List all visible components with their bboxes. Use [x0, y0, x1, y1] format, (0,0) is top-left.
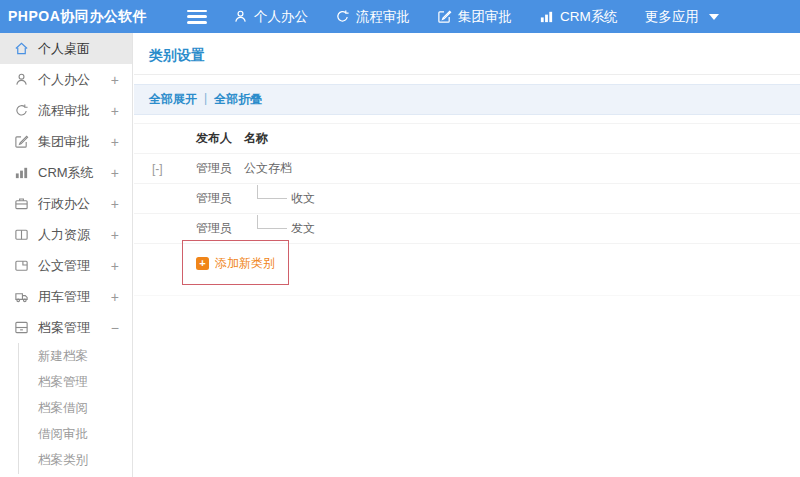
sidebar-item-vehicle-mgmt[interactable]: 用车管理 + [0, 281, 132, 312]
collapse-toggle[interactable]: [-] [152, 162, 163, 176]
category-name: 公文存档 [244, 160, 292, 177]
process-icon [335, 9, 350, 24]
main-content: 类别设置 全部展开 | 全部折叠 发布人 名称 [-] 管理员 公文存档 管理员 [134, 33, 800, 477]
category-name: 发文 [291, 220, 315, 237]
sidebar-item-label: 行政办公 [38, 195, 111, 213]
sidebar-subitem-archive-borrow[interactable]: 档案借阅 [19, 395, 132, 421]
collapse-all-link[interactable]: 全部折叠 [214, 91, 262, 108]
plus-icon: + [196, 257, 209, 270]
caret-down-icon [709, 14, 719, 20]
table-row: [-] 管理员 公文存档 [134, 154, 800, 184]
topnav-label: 个人办公 [254, 8, 308, 26]
chart-icon [539, 9, 554, 24]
topnav-more-apps[interactable]: 更多应用 [645, 8, 719, 26]
topnav-personal-office[interactable]: 个人办公 [233, 8, 308, 26]
sidebar-item-process-approval[interactable]: 流程审批 + [0, 95, 132, 126]
user-icon [233, 9, 248, 24]
topnav-label: 更多应用 [645, 8, 699, 26]
expand-icon[interactable]: + [111, 228, 119, 242]
sidebar-item-admin-office[interactable]: 行政办公 + [0, 188, 132, 219]
sidebar-subitem-archive-category[interactable]: 档案类别 [19, 447, 132, 473]
expand-icon[interactable]: + [111, 104, 119, 118]
app-logo: PHPOA协同办公软件 [0, 8, 150, 26]
hr-icon [14, 227, 29, 242]
sidebar-item-document-mgmt[interactable]: 公文管理 + [0, 250, 132, 281]
sidebar-item-label: 公文管理 [38, 257, 111, 275]
sidebar-item-label: 人力资源 [38, 226, 111, 244]
topnav-label: CRM系统 [560, 8, 618, 26]
sidebar-item-label: 用车管理 [38, 288, 111, 306]
tree-toolbar: 全部展开 | 全部折叠 [134, 84, 800, 115]
topnav-label: 流程审批 [356, 8, 410, 26]
sidebar-subitem-borrow-approval[interactable]: 借阅审批 [19, 421, 132, 447]
sidebar-subitem-new-archive[interactable]: 新建档案 [19, 343, 132, 369]
sidebar-item-human-resources[interactable]: 人力资源 + [0, 219, 132, 250]
sidebar-subitem-archive-mgmt[interactable]: 档案管理 [19, 369, 132, 395]
topnav-process-approval[interactable]: 流程审批 [335, 8, 410, 26]
edit-icon [14, 134, 29, 149]
sidebar: 个人桌面 个人办公 + 流程审批 + [0, 33, 133, 477]
category-table: 发布人 名称 [-] 管理员 公文存档 管理员 收文 管理员 [134, 123, 800, 296]
expand-icon[interactable]: + [111, 197, 119, 211]
user-icon [14, 72, 29, 87]
publisher-cell: 管理员 [196, 220, 244, 237]
app-window: PHPOA协同办公软件 个人办公 流程审批 [0, 0, 800, 477]
table-row: 管理员 发文 [134, 214, 800, 244]
publisher-cell: 管理员 [196, 190, 244, 207]
sidebar-item-label: 个人桌面 [38, 40, 119, 58]
add-category-row: + 添加新类别 [134, 244, 800, 296]
collapse-icon[interactable]: − [111, 321, 119, 335]
document-icon [14, 258, 29, 273]
briefcase-icon [14, 196, 29, 211]
expand-icon[interactable]: + [111, 166, 119, 180]
vehicle-icon [14, 289, 29, 304]
category-name: 收文 [291, 190, 315, 207]
sidebar-item-label: 流程审批 [38, 102, 111, 120]
menu-toggle-icon[interactable] [187, 10, 207, 24]
topnav-label: 集团审批 [458, 8, 512, 26]
archive-icon [14, 320, 29, 335]
sidebar-item-personal-office[interactable]: 个人办公 + [0, 64, 132, 95]
topnav-group-approval[interactable]: 集团审批 [437, 8, 512, 26]
table-row: 管理员 收文 [134, 184, 800, 214]
sidebar-item-personal-desktop[interactable]: 个人桌面 [0, 33, 132, 64]
toolbar-divider: | [204, 91, 207, 108]
expand-all-link[interactable]: 全部展开 [149, 91, 197, 108]
expand-icon[interactable]: + [111, 135, 119, 149]
tree-branch-line [257, 215, 287, 229]
sidebar-item-label: 集团审批 [38, 133, 111, 151]
add-category-button[interactable]: + 添加新类别 [196, 255, 275, 272]
sidebar-item-label: 档案管理 [38, 319, 111, 337]
sidebar-item-archive-mgmt[interactable]: 档案管理 − [0, 312, 132, 343]
expand-icon[interactable]: + [111, 290, 119, 304]
top-nav: 个人办公 流程审批 集团审批 [233, 8, 746, 26]
publisher-column-header: 发布人 [196, 130, 244, 147]
home-icon [14, 41, 29, 56]
name-column-header: 名称 [244, 130, 800, 147]
page-title: 类别设置 [134, 33, 800, 75]
add-category-label: 添加新类别 [215, 255, 275, 272]
edit-icon [437, 9, 452, 24]
sidebar-item-crm-system[interactable]: CRM系统 + [0, 157, 132, 188]
topnav-crm-system[interactable]: CRM系统 [539, 8, 618, 26]
expand-icon[interactable]: + [111, 259, 119, 273]
process-icon [14, 103, 29, 118]
tree-branch-line [257, 185, 287, 199]
expand-icon[interactable]: + [111, 73, 119, 87]
publisher-cell: 管理员 [196, 160, 244, 177]
sidebar-item-label: CRM系统 [38, 164, 111, 182]
sidebar-item-label: 个人办公 [38, 71, 111, 89]
table-header-row: 发布人 名称 [134, 124, 800, 154]
sidebar-submenu-archive: 新建档案 档案管理 档案借阅 借阅审批 档案类别 [18, 343, 132, 474]
top-bar: PHPOA协同办公软件 个人办公 流程审批 [0, 0, 800, 33]
sidebar-item-group-approval[interactable]: 集团审批 + [0, 126, 132, 157]
chart-icon [14, 165, 29, 180]
